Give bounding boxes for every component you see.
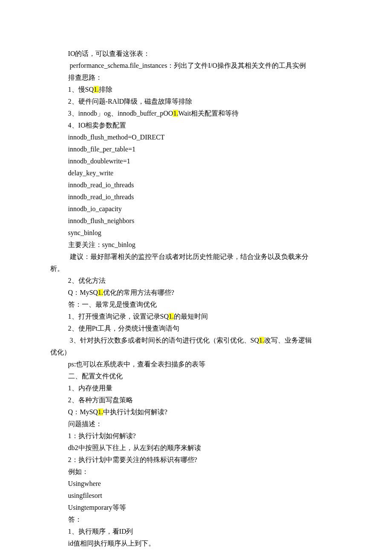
text-segment: innodb_file_per_table=1 bbox=[68, 145, 135, 153]
text-segment: 答： bbox=[68, 516, 82, 523]
text-segment: innodb_flush_neighbors bbox=[68, 217, 135, 224]
highlighted-text: 1. bbox=[173, 110, 178, 117]
text-line: 2、优化方法 bbox=[50, 275, 342, 287]
text-line: id值相同执行顺序从上到下。 bbox=[50, 538, 342, 549]
document-page: IO的话，可以查看这张表： performance_schema.file_in… bbox=[0, 0, 392, 555]
text-segment: id值相同执行顺序从上到下。 bbox=[68, 540, 155, 547]
text-line: Q：MySQ1.优化的常用方法有哪些? bbox=[50, 287, 342, 299]
text-segment: 1：执行计划如何解读? bbox=[68, 432, 136, 439]
text-segment: 二、配置文件优化 bbox=[68, 372, 123, 380]
text-segment: innodb_read_io_threads bbox=[68, 193, 134, 200]
text-segment: usingfilesort bbox=[68, 492, 102, 499]
text-line: 问题描述： bbox=[50, 418, 342, 430]
highlighted-text: 1. bbox=[94, 86, 99, 93]
text-segment: 答：一、最常见是慢查询优化 bbox=[68, 301, 157, 308]
text-line: 2、使用Pt工具，分类统计慢查询语句 bbox=[50, 323, 342, 334]
text-segment: 中执行计划如何解读? bbox=[103, 408, 167, 416]
text-line: Usingtemporary等等 bbox=[50, 502, 342, 514]
text-line: 例如： bbox=[50, 466, 342, 478]
text-line: 1、慢SQ1.排除 bbox=[50, 84, 342, 96]
text-segment: 3、innodb」og、innodb_buffer_pOO bbox=[68, 110, 173, 117]
text-segment: innodb_io_capacity bbox=[68, 205, 122, 212]
highlighted-text: 1. bbox=[98, 408, 103, 416]
text-line: 4、IO相卖参数配置 bbox=[50, 119, 342, 131]
text-segment: innodb_doublewrite=1 bbox=[68, 157, 130, 165]
text-segment: 建议：最好部署相关的监控平台或者对比历史性能记录，结合业务以及负载来分 bbox=[68, 253, 308, 260]
text-segment: 的最短时间 bbox=[174, 313, 208, 320]
text-line: 排查思路： bbox=[50, 72, 342, 84]
text-line: 1、执行顺序，看ID列 bbox=[50, 526, 342, 538]
text-segment: delay_key_write bbox=[68, 169, 114, 177]
text-line: 1、打开慢查询记录，设置记录SQ1.的最短时间 bbox=[50, 311, 342, 323]
text-segment: innodb_flush_method=O_DIRECT bbox=[68, 134, 165, 141]
text-segment: db2中按照从下往上，从左到右的顺序来解读 bbox=[68, 444, 201, 451]
text-segment: Usingtemporary等等 bbox=[68, 504, 126, 511]
text-segment: ps:也可以在系统表中，查看全表扫描多的表等 bbox=[68, 360, 206, 368]
highlighted-text: 1. bbox=[259, 337, 264, 344]
text-line: innodb_doublewrite=1 bbox=[50, 155, 342, 167]
text-line: innodb_file_per_table=1 bbox=[50, 143, 342, 155]
text-line: 1、内存使用量 bbox=[50, 382, 342, 394]
document-body: IO的话，可以查看这张表： performance_schema.file_in… bbox=[50, 48, 342, 549]
text-segment: 1、慢SQ bbox=[68, 86, 94, 93]
text-segment: 优化） bbox=[50, 349, 71, 356]
text-line: 建议：最好部署相关的监控平台或者对比历史性能记录，结合业务以及负载来分 bbox=[50, 251, 342, 263]
text-segment: 1、打开慢查询记录，设置记录SQ bbox=[68, 313, 169, 320]
text-line: sync_binlog bbox=[50, 227, 342, 239]
highlighted-text: 1. bbox=[98, 289, 103, 296]
text-segment: 2：执行计划中需要关注的特殊标识有哪些? bbox=[68, 456, 197, 463]
text-segment: 3、针对执行次数多或者时间长的语句进行优化（索引优化、SQ bbox=[68, 337, 259, 344]
text-segment: 2、使用Pt工具，分类统计慢查询语句 bbox=[68, 325, 179, 332]
text-line: IO的话，可以查看这张表： bbox=[50, 48, 342, 60]
text-segment: Q：MySQ bbox=[68, 289, 98, 296]
text-segment: innodb_read_io_threads bbox=[68, 181, 134, 189]
text-segment: Usingwhere bbox=[68, 480, 101, 487]
text-line: innodb_read_io_threads bbox=[50, 179, 342, 191]
text-line: 2：执行计划中需要关注的特殊标识有哪些? bbox=[50, 454, 342, 466]
text-line: 3、针对执行次数多或者时间长的语句进行优化（索引优化、SQ1.改写、业务逻辑 bbox=[50, 334, 342, 346]
text-segment: 改写、业务逻辑 bbox=[264, 337, 312, 344]
text-line: 析。 bbox=[50, 263, 342, 275]
highlighted-text: 1. bbox=[169, 313, 174, 320]
text-segment: Q：MySQ bbox=[68, 408, 98, 416]
text-line: delay_key_write bbox=[50, 167, 342, 179]
text-line: 答：一、最常见是慢查询优化 bbox=[50, 299, 342, 311]
text-line: 1：执行计划如何解读? bbox=[50, 430, 342, 442]
text-line: innodb_flush_method=O_DIRECT bbox=[50, 131, 342, 143]
text-segment: 排查思路： bbox=[68, 74, 102, 81]
text-line: innodb_io_capacity bbox=[50, 203, 342, 215]
text-segment: performance_schema.file_instances：列出了文件I… bbox=[68, 62, 306, 69]
text-line: 优化） bbox=[50, 346, 342, 358]
text-segment: 主要关注：sync_binlog bbox=[68, 241, 135, 248]
text-line: Usingwhere bbox=[50, 478, 342, 490]
text-line: 2、硬件问题-RAlD降级，磁盘故障等排除 bbox=[50, 96, 342, 108]
text-segment: 排除 bbox=[99, 86, 112, 93]
text-line: 答： bbox=[50, 514, 342, 526]
text-line: innodb_flush_neighbors bbox=[50, 215, 342, 227]
text-segment: 问题描述： bbox=[68, 420, 102, 427]
text-segment: 4、IO相卖参数配置 bbox=[68, 122, 127, 129]
text-line: ps:也可以在系统表中，查看全表扫描多的表等 bbox=[50, 358, 342, 370]
text-segment: 析。 bbox=[50, 265, 64, 272]
text-segment: 优化的常用方法有哪些? bbox=[103, 289, 174, 296]
text-line: usingfilesort bbox=[50, 490, 342, 502]
text-segment: Wait相关配置和等待 bbox=[178, 110, 239, 117]
text-segment: 1、执行顺序，看ID列 bbox=[68, 528, 133, 535]
text-segment: 2、优化方法 bbox=[68, 277, 106, 284]
text-segment: sync_binlog bbox=[68, 229, 101, 236]
text-line: Q：MySQ1.中执行计划如何解读? bbox=[50, 406, 342, 418]
text-segment: 1、内存使用量 bbox=[68, 384, 112, 392]
text-segment: 例如： bbox=[68, 468, 89, 475]
text-segment: 2、各种方面写盘策略 bbox=[68, 396, 133, 404]
text-line: 3、innodb」og、innodb_buffer_pOO1.Wait相关配置和… bbox=[50, 108, 342, 119]
text-segment: 2、硬件问题-RAlD降级，磁盘故障等排除 bbox=[68, 98, 193, 105]
text-segment: IO的话，可以查看这张表： bbox=[68, 50, 150, 57]
text-line: innodb_read_io_threads bbox=[50, 191, 342, 203]
text-line: performance_schema.file_instances：列出了文件I… bbox=[50, 60, 342, 72]
text-line: 二、配置文件优化 bbox=[50, 370, 342, 382]
text-line: db2中按照从下往上，从左到右的顺序来解读 bbox=[50, 442, 342, 454]
text-line: 2、各种方面写盘策略 bbox=[50, 394, 342, 406]
text-line: 主要关注：sync_binlog bbox=[50, 239, 342, 251]
